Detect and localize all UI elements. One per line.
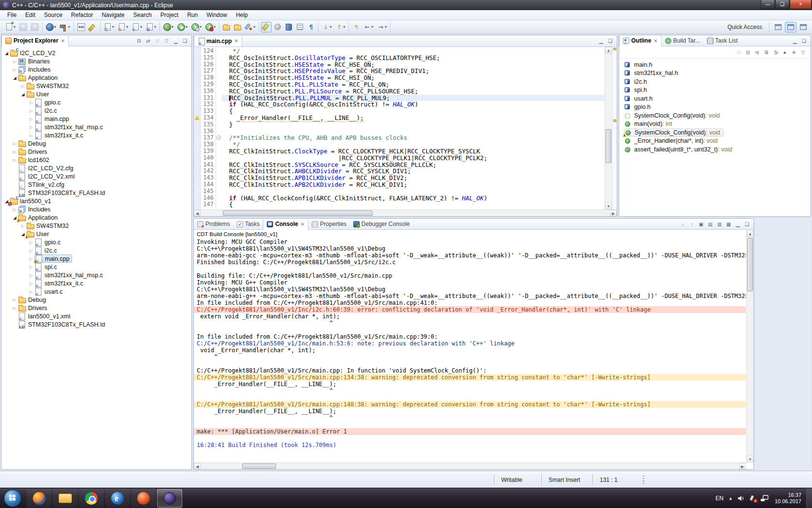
dropdown-icon[interactable]: ▾ [54,25,56,29]
filters-icon[interactable]: ✳ [789,48,798,57]
fold-collapse-icon[interactable]: - [217,135,221,140]
taskbar-explorer[interactable] [53,489,78,508]
tree-expander-icon[interactable]: ▷ [12,306,18,311]
tree-item-main-cpp[interactable]: ▷cmain.cpp [1,115,191,123]
tree-item-gpio-c[interactable]: ▷cgpio.c [1,238,191,246]
tree-item-stm32f103c8tx-flash-ld[interactable]: LDSTM32F103C8Tx_FLASH.ld [1,189,191,197]
dropdown-icon[interactable]: ▾ [371,25,373,29]
tab-tasks[interactable]: Tasks [233,219,263,230]
open-perspective-button[interactable] [772,22,784,32]
next-annotation-icon[interactable]: ↓ [678,220,687,228]
tree-expander-icon[interactable]: ◢ [20,92,26,97]
tree-expander-icon[interactable]: ▷ [12,207,18,212]
format-button[interactable]: ▾ [244,22,257,32]
tree-item-lcd1602[interactable]: ▷lcd1602 [1,156,191,164]
save-all-button[interactable] [29,22,40,32]
code-line[interactable]: RCC_ClkInitStruct.APB2CLKDivider = RCC_H… [222,181,617,188]
current-code-line[interactable]: RCC_OscInitStruct.PLL.PLLMUL = RCC_PLL_M… [222,95,617,102]
scroll-up-arrow[interactable]: ▲ [605,47,612,54]
outline-item[interactable]: _Error_Handler(char*, int) : void [624,137,811,146]
tree-item-debug[interactable]: ▷Debug [1,139,191,148]
menu-edit[interactable]: Edit [21,11,40,19]
code-line[interactable]: RCC_ClkInitStruct.ClockType = RCC_CLOCKT… [222,148,617,155]
scroll-left-arrow[interactable]: ◀ [194,210,201,216]
close-icon[interactable]: ✕ [301,222,304,227]
scrollbar-thumb[interactable] [242,463,276,469]
save-button[interactable] [18,22,29,32]
tree-item-stlink-v2-cfg[interactable]: ≡STlink_v2.cfg [1,180,191,189]
hide-static-members-icon[interactable]: S̷ [771,48,780,57]
overview-marker[interactable] [613,48,616,50]
quick-access-button[interactable]: Quick Access [723,23,767,31]
outline-item[interactable]: usart.h [624,94,811,103]
maximize-icon[interactable]: ❏ [180,36,189,45]
scroll-left-arrow[interactable]: ◀ [194,463,201,469]
dropdown-icon[interactable]: ▾ [330,25,332,29]
start-button[interactable] [4,490,21,507]
tree-expander-icon[interactable]: ▷ [28,289,34,294]
code-line[interactable]: RCC_ClkInitStruct.SYSCLKSource = RCC_SYS… [222,162,617,168]
taskbar-eclipse[interactable] [157,489,182,508]
tree-item-lan5500-v1-xml[interactable]: xlan5500_v1.xml [1,312,191,320]
volume-icon[interactable] [738,495,745,502]
tree-item-stm32f103c8tx-flash-ld[interactable]: LDSTM32F103C8Tx_FLASH.ld [1,320,191,329]
tree-item-stm32f1xx-it-c[interactable]: ▷cstm32f1xx_it.c [1,131,191,139]
code-line[interactable]: { [222,201,617,208]
dropdown-icon[interactable]: ▾ [214,25,216,29]
code-line[interactable]: RCC_OscInitStruct.HSEPredivValue = RCC_H… [222,68,617,75]
show-desktop-button[interactable] [806,488,812,508]
code-line[interactable]: RCC_OscInitStruct.OscillatorType = RCC_O… [222,55,617,61]
external-tools-button[interactable]: ▾ [204,22,217,32]
search-flashlight-button[interactable] [87,22,98,32]
scroll-up-arrow[interactable]: ▲ [747,230,754,237]
last-edit-location-button[interactable]: ↰ [351,22,361,32]
tree-expander-icon[interactable]: ▷ [28,248,34,253]
tree-expander-icon[interactable]: ▷ [28,117,34,121]
dropdown-icon[interactable]: ▾ [154,25,156,29]
language-indicator[interactable]: EN [715,495,724,502]
minimize-view-icon[interactable]: ▁ [790,36,799,45]
show-whitespace-button[interactable]: ¶ [306,22,316,32]
c-cpp-perspective-button[interactable] [785,22,797,32]
tab-main-cpp[interactable]: c main.cpp ✕ [194,35,242,46]
show-list-button[interactable] [295,22,305,32]
dropdown-icon[interactable]: ▾ [172,25,174,29]
tree-item-sw4stm32[interactable]: ▷SW4STM32 [1,82,191,90]
outline-item[interactable]: main(void) : int [624,120,811,129]
scroll-down-arrow[interactable]: ▼ [605,203,612,209]
scrollbar-thumb[interactable] [606,129,611,163]
binary-button[interactable]: 010 [76,22,87,32]
next-annotation-button[interactable]: ↓▾ [320,22,333,32]
code-line[interactable]: */ [222,48,617,55]
tree-expander-icon[interactable]: ▷ [28,125,34,130]
new-source-button[interactable]: c▾ [130,22,144,32]
tab-outline[interactable]: Outline✕ [619,35,662,46]
maximize-window-button[interactable]: ❏ [775,0,789,9]
tree-item-debug[interactable]: ▷Debug [1,296,191,304]
console-vertical-scrollbar[interactable]: ▲ ▼ [746,230,754,463]
code-line[interactable]: RCC_OscInitStruct.HSIState = RCC_HSI_ON; [222,75,617,81]
menu-project[interactable]: Project [156,11,183,19]
tree-expander-icon[interactable]: ▷ [12,158,18,163]
menu-window[interactable]: Window [202,11,232,19]
taskbar-chrome[interactable] [79,489,104,508]
tree-expander-icon[interactable]: ▷ [28,240,34,245]
build-all-button[interactable]: ▾ [44,22,58,32]
pin-console-icon[interactable]: ▤ [706,220,715,228]
outline-item[interactable]: spi.h [624,86,811,95]
close-icon[interactable]: ✕ [61,38,65,44]
tree-expander-icon[interactable]: ▷ [20,224,26,228]
tree-expander-icon[interactable]: ▷ [12,149,18,154]
code-line[interactable]: RCC_ClkInitStruct.AHBCLKDivider = RCC_SY… [222,168,617,175]
tree-item-i2c-lcd-v2-xml[interactable]: xI2C_LCD_V2.xml [1,172,191,180]
outline-item[interactable]: assert_failed(uint8_t*, uint32_t) : void [624,145,811,154]
console-horizontal-scrollbar[interactable]: ◀ ▶ [194,463,746,469]
code-line[interactable]: */ [222,141,617,148]
dropdown-icon[interactable]: ▾ [200,25,202,29]
code-line[interactable]: |RCC_CLOCKTYPE_PCLK1|RCC_CLOCKTYPE_PCLK2… [222,155,617,162]
open-element-button[interactable] [221,22,232,32]
tree-item-includes[interactable]: ▷Includes [1,65,191,74]
tree-item-user[interactable]: ◢User [1,230,191,238]
new-class-button[interactable]: C▾ [102,22,116,32]
code-line[interactable]: RCC_OscInitStruct.HSEState = RCC_HSE_ON; [222,61,617,68]
